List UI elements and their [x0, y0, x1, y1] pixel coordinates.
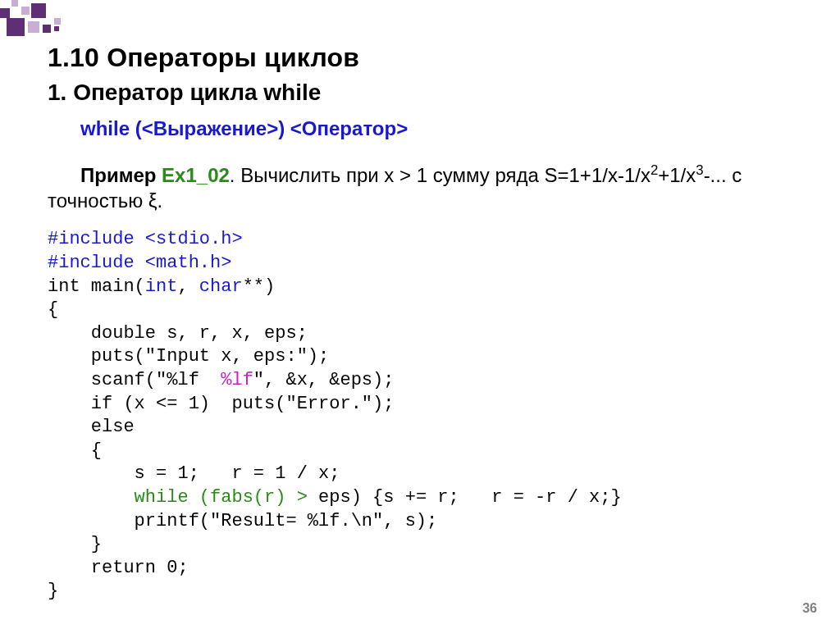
code-l09: else	[48, 417, 135, 437]
heading-sub: 1. Оператор цикла while	[48, 80, 807, 106]
code-l03b: int	[145, 276, 178, 297]
code-l03a: int main(	[48, 276, 145, 297]
example-label: Ex1_02	[162, 164, 230, 186]
code-l03d: char	[199, 276, 243, 297]
page-number: 36	[802, 601, 817, 616]
heading-main: 1.10 Операторы циклов	[48, 43, 807, 73]
syntax-line: while (<Выражение>) <Оператор>	[80, 117, 807, 140]
code-l05: double s, r, x, eps;	[48, 323, 308, 344]
code-l07c: ", &x, &eps);	[253, 370, 395, 390]
code-l13: printf("Result= %lf.\n", s);	[48, 511, 437, 531]
example-prefix: Пример	[80, 164, 162, 186]
code-l06: puts("Input x, eps:");	[48, 346, 329, 367]
code-l15: return 0;	[48, 558, 189, 578]
example-dot: .	[230, 164, 240, 186]
example-text-b: +1/x	[658, 164, 696, 186]
slide-content: 1.10 Операторы циклов 1. Оператор цикла …	[48, 43, 807, 604]
code-l11: s = 1; r = 1 / x;	[48, 463, 340, 484]
code-l10: {	[48, 440, 102, 461]
code-l07b: %lf	[221, 370, 253, 390]
example-paragraph: Пример Ex1_02. Вычислить при x > 1 сумму…	[48, 163, 786, 213]
code-l03c: ,	[177, 276, 199, 297]
code-l12b: eps) {s += r; r = -r / x;}	[318, 487, 622, 508]
example-text-a: Вычислить при x > 1 сумму ряда S=1+1/x-1…	[240, 164, 651, 186]
code-l01: #include <stdio.h>	[48, 229, 243, 249]
code-l08: if (x <= 1) puts("Error.");	[48, 394, 394, 414]
code-l02: #include <math.h>	[48, 253, 231, 273]
code-l04: {	[48, 299, 58, 320]
code-l03e: **)	[243, 276, 286, 297]
example-sup2: 2	[651, 162, 658, 178]
code-l16: }	[48, 581, 58, 601]
code-block: #include <stdio.h> #include <math.h> int…	[48, 228, 807, 604]
code-l07a: scanf("%lf	[48, 370, 221, 390]
example-sup3: 3	[696, 162, 703, 178]
code-l12a: while (fabs(r) >	[48, 487, 318, 508]
decor-corner	[0, 0, 115, 39]
code-l14: }	[48, 534, 102, 554]
